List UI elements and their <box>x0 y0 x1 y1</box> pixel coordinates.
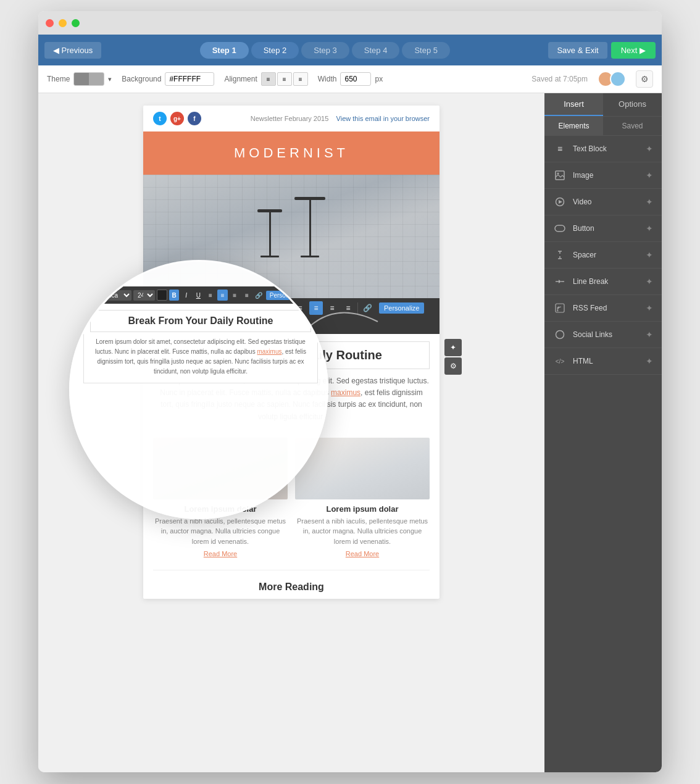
close-button[interactable] <box>46 19 54 27</box>
main-content: t g+ f Newsletter February 2015 View thi… <box>38 93 662 772</box>
email-header: MODERNIST <box>143 131 440 175</box>
image-icon <box>553 169 567 182</box>
sidebar-item-html[interactable]: </> HTML ✦ <box>544 348 662 375</box>
social-links-drag[interactable]: ✦ <box>646 330 653 340</box>
step-1[interactable]: Step 1 <box>200 42 249 59</box>
theme-group: Theme ▾ <box>47 72 112 86</box>
step-2[interactable]: Step 2 <box>251 42 299 59</box>
divider-2 <box>357 302 358 314</box>
footer-heading: More Reading <box>143 575 440 599</box>
video-icon <box>553 195 567 209</box>
email-body-text: Lorem ipsum dolor sit amet, consectetur … <box>153 375 430 423</box>
svg-point-14 <box>556 331 564 339</box>
bold-button[interactable]: B <box>242 301 256 315</box>
width-group: Width px <box>318 72 383 86</box>
video-drag[interactable]: ✦ <box>646 197 653 207</box>
previous-button[interactable]: ◀ Previous <box>44 42 101 59</box>
sidebar-item-text-block[interactable]: ≡ Text Block ✦ <box>544 136 662 162</box>
tab-options[interactable]: Options <box>603 93 662 116</box>
step-4[interactable]: Step 4 <box>352 42 400 59</box>
tab-insert[interactable]: Insert <box>544 93 603 116</box>
underline-button[interactable]: U <box>274 301 288 315</box>
video-label: Video <box>573 198 646 206</box>
theme-label: Theme <box>47 75 70 83</box>
align-left-button[interactable]: ≡ <box>261 72 276 86</box>
mag-font-select[interactable]: Helvetica <box>87 290 131 301</box>
subtab-elements[interactable]: Elements <box>544 117 603 135</box>
align-right-text-button[interactable]: ≡ <box>325 301 339 315</box>
text-block-label: Text Block <box>573 144 646 153</box>
view-in-browser-link[interactable]: View this email in your browser <box>336 115 430 122</box>
font-size-select[interactable]: 24 <box>199 302 223 314</box>
button-drag[interactable]: ✦ <box>646 223 653 233</box>
spacer-drag[interactable]: ✦ <box>646 250 653 260</box>
column-link-2[interactable]: Read More <box>295 550 430 557</box>
alignment-label: Alignment <box>224 75 257 83</box>
alignment-group: Alignment ≡ ≡ ≡ <box>224 72 307 86</box>
sidebar-item-rss-feed[interactable]: RSS Feed ✦ <box>544 295 662 322</box>
svg-marker-11 <box>559 280 561 283</box>
theme-swatch[interactable] <box>73 72 104 86</box>
subtab-saved[interactable]: Saved <box>603 117 662 135</box>
image-drag[interactable]: ✦ <box>646 170 653 180</box>
align-justify-text-button[interactable]: ≡ <box>341 301 355 315</box>
sidebar-item-video[interactable]: Video ✦ <box>544 189 662 215</box>
google-icon[interactable]: g+ <box>170 112 184 125</box>
two-column-section: Lorem ipsum dolar Praesent a nibh iaculi… <box>143 430 440 565</box>
svg-point-1 <box>557 173 559 175</box>
background-input[interactable] <box>165 72 214 86</box>
column-body-1: Praesent a nibh iaculis, pellentesque me… <box>153 516 288 547</box>
steps-container: Step 1 Step 2 Step 3 Step 4 Step 5 <box>105 42 544 59</box>
step-5[interactable]: Step 5 <box>402 42 450 59</box>
text-color-button[interactable] <box>226 301 240 315</box>
align-right-button[interactable]: ≡ <box>293 72 308 86</box>
link-button[interactable]: 🔗 <box>360 301 374 315</box>
font-family-select[interactable]: Helvetica <box>148 302 196 314</box>
collaborators <box>598 71 626 87</box>
email-heading[interactable]: Break From Your Daily Routine <box>153 341 430 369</box>
maximus-link[interactable]: maximus <box>331 388 360 397</box>
html-drag[interactable]: ✦ <box>646 356 653 366</box>
personalize-button[interactable]: Personalize <box>379 302 424 314</box>
email-date: Newsletter February 2015 <box>251 115 329 122</box>
align-left-text-button[interactable]: ≡ <box>293 301 307 315</box>
width-input[interactable] <box>340 72 371 86</box>
svg-point-13 <box>557 311 559 312</box>
save-exit-button[interactable]: Save & Exit <box>548 42 607 59</box>
social-links-icon <box>553 328 567 341</box>
sidebar-item-image[interactable]: Image ✦ <box>544 162 662 189</box>
next-button[interactable]: Next ▶ <box>611 42 656 59</box>
facebook-icon[interactable]: f <box>188 112 201 125</box>
sidebar-item-line-break[interactable]: Line Break ✦ <box>544 269 662 295</box>
settings-block-button[interactable]: ⚙ <box>444 357 462 375</box>
column-link-1[interactable]: Read More <box>153 550 288 557</box>
settings-button[interactable]: ⚙ <box>636 70 653 88</box>
column-image-1 <box>153 438 288 499</box>
social-links-label: Social Links <box>573 330 646 339</box>
align-center-button[interactable]: ≡ <box>277 72 292 86</box>
text-block-drag[interactable]: ✦ <box>646 144 653 154</box>
svg-rect-12 <box>556 304 564 312</box>
maximize-button[interactable] <box>72 19 80 27</box>
italic-button[interactable]: I <box>258 301 272 315</box>
sidebar-item-spacer[interactable]: Spacer ✦ <box>544 242 662 269</box>
align-center-text-button[interactable]: ≡ <box>309 301 323 315</box>
sidebar-item-social-links[interactable]: Social Links ✦ <box>544 322 662 348</box>
column-title-1: Lorem ipsum dolar <box>153 504 288 514</box>
line-break-drag[interactable]: ✦ <box>646 277 653 286</box>
theme-dropdown[interactable]: ▾ <box>108 75 112 83</box>
move-block-button[interactable]: ✦ <box>444 339 462 356</box>
sidebar-item-button[interactable]: Button ✦ <box>544 215 662 242</box>
image-label: Image <box>573 171 646 180</box>
twitter-icon[interactable]: t <box>153 112 167 125</box>
step-3[interactable]: Step 3 <box>301 42 349 59</box>
editor-toolbar: Theme ▾ Background Alignment ≡ ≡ ≡ Width… <box>38 65 662 93</box>
button-icon <box>553 222 567 235</box>
chevron-down-button[interactable]: ▾ <box>148 317 160 331</box>
spacer-label: Spacer <box>573 251 646 259</box>
hero-placeholder <box>143 175 440 298</box>
minimize-button[interactable] <box>59 19 67 27</box>
rss-feed-drag[interactable]: ✦ <box>646 303 653 313</box>
content-block: Break From Your Daily Routine Lorem ipsu… <box>143 334 440 430</box>
avatar-2 <box>610 71 626 87</box>
